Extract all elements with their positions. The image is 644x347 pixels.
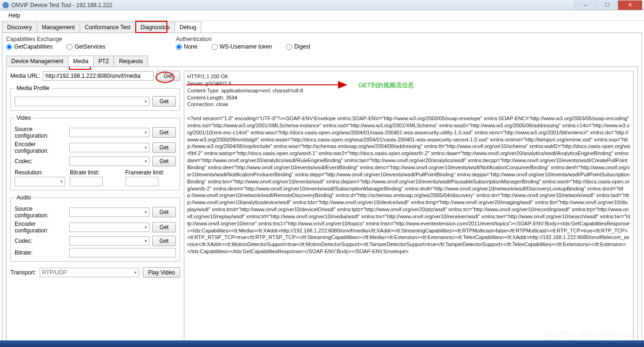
video-enccfg-get[interactable]: Get: [152, 142, 176, 153]
transport-label: Transport:: [10, 269, 36, 276]
video-codec-get[interactable]: Get: [152, 156, 176, 166]
tab-discovery[interactable]: Discovery: [2, 22, 37, 33]
audio-bitrate-label: Bitrate:: [15, 249, 66, 256]
video-group: Video Source configuration:Get Encoder c…: [10, 115, 180, 190]
radio-auth-none[interactable]: None: [176, 43, 198, 50]
subtab-media[interactable]: Media: [68, 56, 94, 66]
svg-point-0: [3, 2, 8, 8]
audio-codec-label: Codec:: [15, 238, 66, 244]
audio-srccfg-get[interactable]: Get: [152, 207, 176, 217]
minimize-button[interactable]: ─: [574, 0, 596, 10]
taskbar[interactable]: [0, 340, 644, 347]
maximize-button[interactable]: ☐: [596, 0, 618, 10]
video-srccfg-combo[interactable]: [69, 128, 149, 137]
debug-panel: Capabilities Exchange GetCapabilities Ge…: [2, 33, 642, 347]
video-codec-label: Codec:: [15, 158, 66, 165]
audio-codec-combo[interactable]: [69, 236, 149, 246]
audio-enccfg-combo[interactable]: [69, 223, 149, 232]
media-url-input[interactable]: [43, 71, 154, 81]
video-srccfg-label: Source configuration:: [15, 126, 66, 139]
media-profile-group: Media Profile Get: [10, 85, 180, 111]
media-profile-combo[interactable]: [15, 97, 149, 106]
response-textbox[interactable]: HTTP/1.1 200 OK Server: gSOAP/2.8 Conten…: [184, 71, 634, 341]
tab-conformance[interactable]: Conformance Test: [80, 22, 136, 33]
audio-srccfg-label: Source configuration:: [15, 206, 66, 219]
tab-management[interactable]: Management: [37, 22, 80, 33]
audio-enccfg-get[interactable]: Get: [152, 222, 176, 232]
titlebar: ONVIF Device Test Tool - 192.168.1.222 ─…: [0, 0, 644, 10]
video-framerate-input[interactable]: [125, 177, 158, 186]
radio-auth-ws[interactable]: WS-Username token: [212, 43, 272, 50]
menubar: Help: [0, 10, 644, 21]
video-srccfg-get[interactable]: Get: [152, 127, 176, 138]
watermark-text: https://blog.csdn.net/Marvin1z1: [543, 330, 635, 338]
audio-codec-get[interactable]: Get: [152, 236, 176, 246]
radio-getservices[interactable]: GetServices: [66, 43, 105, 50]
audio-group: Audio Source configuration:Get Encoder c…: [10, 194, 180, 262]
video-enccfg-label: Encoder configuration:: [15, 141, 66, 154]
media-url-get-button[interactable]: Get: [157, 71, 180, 81]
radio-auth-digest[interactable]: Digest: [286, 43, 310, 50]
window-title: ONVIF Device Test Tool - 192.168.1.222: [11, 2, 574, 8]
capex-header: Capabilities Exchange: [6, 36, 162, 42]
app-icon: [2, 1, 9, 9]
media-url-label: Media URL:: [10, 73, 40, 79]
media-profile-get-button[interactable]: Get: [152, 96, 176, 107]
transport-combo[interactable]: RTP/UDP: [40, 268, 139, 277]
audio-legend: Audio: [15, 194, 33, 201]
video-bitrate-input[interactable]: [70, 177, 103, 186]
video-codec-combo[interactable]: [69, 157, 149, 166]
video-framerate-label: Framerate limit:: [125, 169, 176, 176]
tab-debug[interactable]: Debug: [174, 22, 201, 33]
video-res-combo[interactable]: [15, 177, 65, 186]
media-profile-legend: Media Profile: [15, 85, 51, 91]
subtab-ptz[interactable]: PTZ: [93, 56, 115, 66]
subtab-requests[interactable]: Requests: [114, 56, 148, 66]
video-res-label: Resolution:: [15, 169, 65, 176]
video-legend: Video: [15, 115, 33, 121]
audio-enccfg-label: Encoder configuration:: [15, 221, 66, 234]
auth-header: Authentication: [176, 36, 310, 42]
audio-srccfg-combo[interactable]: [69, 207, 149, 217]
play-video-button[interactable]: Play Video: [143, 267, 180, 278]
close-button[interactable]: ✕: [618, 0, 642, 10]
video-enccfg-combo[interactable]: [69, 143, 149, 152]
sub-tabs: Device Management Media PTZ Requests: [6, 56, 638, 66]
radio-getcapabilities[interactable]: GetCapabilities: [6, 43, 52, 50]
subtab-device-management[interactable]: Device Management: [6, 56, 68, 66]
media-panel: Media URL: Get Media Profile Get Video S…: [6, 66, 638, 345]
menu-help[interactable]: Help: [5, 11, 24, 20]
top-tabs: Discovery Management Conformance Test Di…: [2, 22, 642, 33]
tab-diagnostics[interactable]: Diagnostics: [135, 22, 175, 33]
video-bitrate-label: Bitrate limit:: [70, 169, 120, 176]
audio-bitrate-input[interactable]: [69, 248, 176, 257]
